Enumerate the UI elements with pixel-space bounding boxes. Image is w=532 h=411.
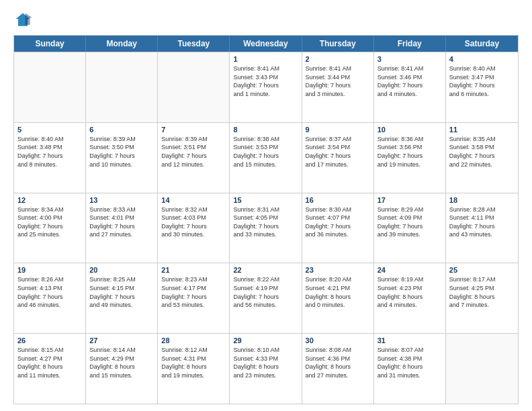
- day-number: 15: [233, 196, 298, 204]
- day-number: 17: [378, 196, 442, 204]
- week-row-1: 1Sunrise: 8:41 AM Sunset: 3:43 PM Daylig…: [14, 52, 518, 122]
- day-info: Sunrise: 8:36 AM Sunset: 3:56 PM Dayligh…: [378, 135, 442, 169]
- week-row-3: 12Sunrise: 8:34 AM Sunset: 4:00 PM Dayli…: [14, 193, 518, 263]
- day-info: Sunrise: 8:22 AM Sunset: 4:19 PM Dayligh…: [233, 275, 298, 309]
- day-info: Sunrise: 8:28 AM Sunset: 4:11 PM Dayligh…: [449, 205, 515, 239]
- calendar-header-row: SundayMondayTuesdayWednesdayThursdayFrid…: [14, 36, 518, 52]
- header-cell-wednesday: Wednesday: [230, 36, 302, 52]
- day-number: 22: [233, 266, 298, 274]
- day-info: Sunrise: 8:34 AM Sunset: 4:00 PM Dayligh…: [17, 205, 82, 239]
- day-number: 2: [306, 55, 370, 63]
- day-info: Sunrise: 8:19 AM Sunset: 4:23 PM Dayligh…: [378, 275, 442, 309]
- day-info: Sunrise: 8:41 AM Sunset: 3:46 PM Dayligh…: [378, 64, 442, 98]
- day-cell-6: 6Sunrise: 8:39 AM Sunset: 3:50 PM Daylig…: [86, 123, 158, 193]
- day-cell-18: 18Sunrise: 8:28 AM Sunset: 4:11 PM Dayli…: [446, 193, 518, 263]
- header-cell-thursday: Thursday: [302, 36, 374, 52]
- day-number: 19: [17, 266, 82, 274]
- day-number: 26: [17, 336, 82, 345]
- day-cell-27: 27Sunrise: 8:14 AM Sunset: 4:29 PM Dayli…: [86, 334, 158, 404]
- day-number: 14: [161, 196, 226, 204]
- day-number: 24: [378, 266, 442, 274]
- day-info: Sunrise: 8:10 AM Sunset: 4:33 PM Dayligh…: [233, 346, 298, 379]
- week-row-5: 26Sunrise: 8:15 AM Sunset: 4:27 PM Dayli…: [14, 333, 518, 404]
- day-cell-28: 28Sunrise: 8:12 AM Sunset: 4:31 PM Dayli…: [158, 334, 230, 404]
- day-number: 28: [161, 336, 226, 345]
- day-number: 7: [161, 126, 226, 134]
- day-info: Sunrise: 8:07 AM Sunset: 4:38 PM Dayligh…: [378, 346, 442, 379]
- day-number: 16: [306, 196, 370, 204]
- day-cell-23: 23Sunrise: 8:20 AM Sunset: 4:21 PM Dayli…: [302, 263, 374, 333]
- day-info: Sunrise: 8:41 AM Sunset: 3:44 PM Dayligh…: [306, 64, 370, 98]
- calendar-body: 1Sunrise: 8:41 AM Sunset: 3:43 PM Daylig…: [14, 52, 518, 404]
- day-info: Sunrise: 8:40 AM Sunset: 3:47 PM Dayligh…: [449, 64, 515, 98]
- day-number: 5: [17, 126, 82, 134]
- day-info: Sunrise: 8:39 AM Sunset: 3:50 PM Dayligh…: [89, 135, 154, 169]
- empty-cell: [14, 52, 86, 122]
- header: [13, 11, 519, 30]
- day-number: 6: [89, 126, 154, 134]
- day-info: Sunrise: 8:37 AM Sunset: 3:54 PM Dayligh…: [306, 135, 370, 169]
- header-cell-friday: Friday: [374, 36, 446, 52]
- day-cell-16: 16Sunrise: 8:30 AM Sunset: 4:07 PM Dayli…: [302, 193, 374, 263]
- day-info: Sunrise: 8:40 AM Sunset: 3:48 PM Dayligh…: [17, 135, 82, 169]
- day-cell-4: 4Sunrise: 8:40 AM Sunset: 3:47 PM Daylig…: [446, 52, 518, 122]
- day-number: 1: [233, 55, 298, 63]
- day-info: Sunrise: 8:23 AM Sunset: 4:17 PM Dayligh…: [161, 275, 226, 309]
- day-info: Sunrise: 8:12 AM Sunset: 4:31 PM Dayligh…: [161, 346, 226, 379]
- week-row-2: 5Sunrise: 8:40 AM Sunset: 3:48 PM Daylig…: [14, 122, 518, 193]
- logo-icon: [13, 11, 32, 30]
- day-info: Sunrise: 8:32 AM Sunset: 4:03 PM Dayligh…: [161, 205, 226, 239]
- day-info: Sunrise: 8:25 AM Sunset: 4:15 PM Dayligh…: [89, 275, 154, 309]
- day-number: 10: [378, 126, 442, 134]
- day-cell-29: 29Sunrise: 8:10 AM Sunset: 4:33 PM Dayli…: [230, 334, 302, 404]
- day-cell-1: 1Sunrise: 8:41 AM Sunset: 3:43 PM Daylig…: [230, 52, 302, 122]
- day-info: Sunrise: 8:39 AM Sunset: 3:51 PM Dayligh…: [161, 135, 226, 169]
- page: SundayMondayTuesdayWednesdayThursdayFrid…: [0, 0, 532, 411]
- day-cell-11: 11Sunrise: 8:35 AM Sunset: 3:58 PM Dayli…: [446, 123, 518, 193]
- day-number: 31: [378, 336, 442, 345]
- day-info: Sunrise: 8:41 AM Sunset: 3:43 PM Dayligh…: [233, 64, 298, 98]
- header-cell-sunday: Sunday: [14, 36, 86, 52]
- day-info: Sunrise: 8:20 AM Sunset: 4:21 PM Dayligh…: [306, 275, 370, 309]
- empty-cell: [158, 52, 230, 122]
- header-cell-tuesday: Tuesday: [158, 36, 230, 52]
- day-cell-26: 26Sunrise: 8:15 AM Sunset: 4:27 PM Dayli…: [14, 334, 86, 404]
- day-cell-24: 24Sunrise: 8:19 AM Sunset: 4:23 PM Dayli…: [374, 263, 446, 333]
- day-info: Sunrise: 8:30 AM Sunset: 4:07 PM Dayligh…: [306, 205, 370, 239]
- day-number: 23: [306, 266, 370, 274]
- day-info: Sunrise: 8:15 AM Sunset: 4:27 PM Dayligh…: [17, 346, 82, 379]
- day-number: 12: [17, 196, 82, 204]
- day-cell-31: 31Sunrise: 8:07 AM Sunset: 4:38 PM Dayli…: [374, 334, 446, 404]
- day-info: Sunrise: 8:14 AM Sunset: 4:29 PM Dayligh…: [89, 346, 154, 379]
- day-number: 27: [89, 336, 154, 345]
- day-number: 11: [449, 126, 515, 134]
- day-number: 30: [306, 336, 370, 345]
- day-cell-7: 7Sunrise: 8:39 AM Sunset: 3:51 PM Daylig…: [158, 123, 230, 193]
- day-number: 9: [306, 126, 370, 134]
- day-cell-30: 30Sunrise: 8:08 AM Sunset: 4:36 PM Dayli…: [302, 334, 374, 404]
- week-row-4: 19Sunrise: 8:26 AM Sunset: 4:13 PM Dayli…: [14, 263, 518, 333]
- day-number: 18: [449, 196, 515, 204]
- day-cell-3: 3Sunrise: 8:41 AM Sunset: 3:46 PM Daylig…: [374, 52, 446, 122]
- empty-cell: [86, 52, 158, 122]
- day-cell-14: 14Sunrise: 8:32 AM Sunset: 4:03 PM Dayli…: [158, 193, 230, 263]
- day-number: 29: [233, 336, 298, 345]
- empty-cell: [446, 334, 518, 404]
- day-cell-22: 22Sunrise: 8:22 AM Sunset: 4:19 PM Dayli…: [230, 263, 302, 333]
- day-cell-25: 25Sunrise: 8:17 AM Sunset: 4:25 PM Dayli…: [446, 263, 518, 333]
- day-info: Sunrise: 8:08 AM Sunset: 4:36 PM Dayligh…: [306, 346, 370, 379]
- day-number: 13: [89, 196, 154, 204]
- day-cell-13: 13Sunrise: 8:33 AM Sunset: 4:01 PM Dayli…: [86, 193, 158, 263]
- day-info: Sunrise: 8:38 AM Sunset: 3:53 PM Dayligh…: [233, 135, 298, 169]
- day-cell-17: 17Sunrise: 8:29 AM Sunset: 4:09 PM Dayli…: [374, 193, 446, 263]
- day-info: Sunrise: 8:26 AM Sunset: 4:13 PM Dayligh…: [17, 275, 82, 309]
- day-cell-20: 20Sunrise: 8:25 AM Sunset: 4:15 PM Dayli…: [86, 263, 158, 333]
- calendar: SundayMondayTuesdayWednesdayThursdayFrid…: [13, 35, 519, 404]
- day-number: 4: [449, 55, 515, 63]
- day-number: 20: [89, 266, 154, 274]
- header-cell-monday: Monday: [86, 36, 158, 52]
- day-number: 21: [161, 266, 226, 274]
- day-info: Sunrise: 8:35 AM Sunset: 3:58 PM Dayligh…: [449, 135, 515, 169]
- day-cell-15: 15Sunrise: 8:31 AM Sunset: 4:05 PM Dayli…: [230, 193, 302, 263]
- day-cell-5: 5Sunrise: 8:40 AM Sunset: 3:48 PM Daylig…: [14, 123, 86, 193]
